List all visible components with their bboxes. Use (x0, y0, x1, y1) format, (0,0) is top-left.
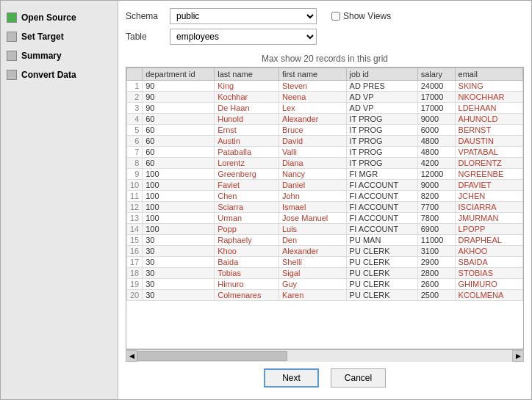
email-cell: GHIMURO (455, 279, 522, 290)
dept-id-cell: 100 (143, 202, 215, 213)
name-cell: Chen (215, 191, 279, 202)
job-cell: FI ACCOUNT (346, 213, 417, 224)
email-cell: AHUNOLD (455, 114, 522, 125)
summary-icon (7, 51, 17, 61)
salary-cell: 4200 (417, 158, 455, 169)
sidebar-item-convert-data[interactable]: Convert Data (1, 65, 118, 84)
table-row: 11100ChenJohnFI ACCOUNT8200JCHEN (127, 191, 523, 202)
name-cell: Ernst (215, 125, 279, 136)
scroll-left-button[interactable]: ◀ (126, 350, 137, 362)
job-cell: FI ACCOUNT (346, 202, 417, 213)
dept-id-cell: 90 (143, 103, 215, 114)
job-cell: PU CLERK (346, 246, 417, 257)
scroll-right-button[interactable]: ▶ (512, 350, 524, 362)
dept-id-cell: 30 (143, 235, 215, 246)
table-row: 390De HaanLexAD VP17000LDEHAAN (127, 103, 523, 114)
dept-id-cell: 100 (143, 213, 215, 224)
table-row: 1830TobiasSigalPU CLERK2800STOBIAS (127, 268, 523, 279)
footer: Next Cancel (126, 361, 524, 392)
grid-info: Max show 20 records in this grid (126, 54, 524, 64)
salary-cell: 17000 (417, 103, 455, 114)
next-button[interactable]: Next (264, 368, 319, 388)
email-cell: AKHOO (455, 246, 522, 257)
sidebar-item-open-source[interactable]: Open Source (1, 8, 118, 27)
email-cell: JCHEN (455, 191, 522, 202)
row-num: 18 (127, 268, 143, 279)
col-first-name: first name (278, 68, 346, 81)
salary-cell: 9000 (417, 114, 455, 125)
name-cell: Pataballa (215, 147, 279, 158)
sidebar-item-summary[interactable]: Summary (1, 46, 118, 65)
row-num: 9 (127, 169, 143, 180)
job-cell: PU CLERK (346, 279, 417, 290)
name-cell: De Haan (215, 103, 279, 114)
row-num: 5 (127, 125, 143, 136)
data-table-container[interactable]: department id last name first name job i… (126, 67, 524, 349)
salary-cell: 2900 (417, 257, 455, 268)
name-cell: Alexander (278, 246, 346, 257)
salary-cell: 4800 (417, 147, 455, 158)
table-row: 9100GreenbergNancyFI MGR12000NGREENBE (127, 169, 523, 180)
horizontal-scrollbar[interactable]: ◀ ▶ (126, 349, 524, 361)
row-num: 4 (127, 114, 143, 125)
email-cell: LDEHAAN (455, 103, 522, 114)
set-target-icon (7, 32, 17, 42)
job-cell: IT PROG (346, 158, 417, 169)
schema-select[interactable]: public (170, 8, 317, 24)
data-table: department id last name first name job i… (126, 68, 523, 301)
salary-cell: 9000 (417, 180, 455, 191)
name-cell: Luis (278, 224, 346, 235)
dept-id-cell: 30 (143, 246, 215, 257)
dept-id-cell: 100 (143, 169, 215, 180)
row-num: 12 (127, 202, 143, 213)
email-cell: LPOPP (455, 224, 522, 235)
scroll-track[interactable] (137, 350, 512, 362)
show-views-container: Show Views (331, 11, 391, 21)
name-cell: David (278, 136, 346, 147)
col-row-num (127, 68, 143, 81)
name-cell: Himuro (215, 279, 279, 290)
dept-id-cell: 90 (143, 81, 215, 92)
row-num: 11 (127, 191, 143, 202)
schema-row: Schema public Show Views (126, 8, 524, 24)
row-num: 2 (127, 92, 143, 103)
job-cell: PU MAN (346, 235, 417, 246)
salary-cell: 24000 (417, 81, 455, 92)
name-cell: Guy (278, 279, 346, 290)
table-row: 460HunoldAlexanderIT PROG9000AHUNOLD (127, 114, 523, 125)
convert-data-icon (7, 70, 17, 80)
sidebar-item-set-target[interactable]: Set Target (1, 27, 118, 46)
name-cell: Khoo (215, 246, 279, 257)
email-cell: SBAIDA (455, 257, 522, 268)
name-cell: Tobias (215, 268, 279, 279)
schema-label: Schema (126, 11, 170, 21)
salary-cell: 12000 (417, 169, 455, 180)
salary-cell: 6900 (417, 224, 455, 235)
table-label: Table (126, 32, 170, 42)
row-num: 10 (127, 180, 143, 191)
job-cell: FI ACCOUNT (346, 224, 417, 235)
name-cell: Steven (278, 81, 346, 92)
job-cell: AD VP (346, 92, 417, 103)
dept-id-cell: 60 (143, 114, 215, 125)
row-num: 15 (127, 235, 143, 246)
table-header-row: department id last name first name job i… (127, 68, 523, 81)
name-cell: Hunold (215, 114, 279, 125)
name-cell: Raphaely (215, 235, 279, 246)
cancel-button[interactable]: Cancel (331, 368, 386, 388)
table-row: 12100SciarraIsmaelFI ACCOUNT7700ISCIARRA (127, 202, 523, 213)
salary-cell: 6000 (417, 125, 455, 136)
main-content: Schema public Show Views Table employees… (118, 1, 531, 399)
job-cell: FI MGR (346, 169, 417, 180)
dept-id-cell: 100 (143, 224, 215, 235)
salary-cell: 11000 (417, 235, 455, 246)
col-job-id: job id (346, 68, 417, 81)
name-cell: King (215, 81, 279, 92)
show-views-checkbox[interactable] (331, 12, 340, 21)
scroll-thumb[interactable] (137, 351, 287, 361)
name-cell: Neena (278, 92, 346, 103)
table-select[interactable]: employees (170, 29, 317, 45)
name-cell: Kochhar (215, 92, 279, 103)
job-cell: IT PROG (346, 147, 417, 158)
name-cell: Lex (278, 103, 346, 114)
